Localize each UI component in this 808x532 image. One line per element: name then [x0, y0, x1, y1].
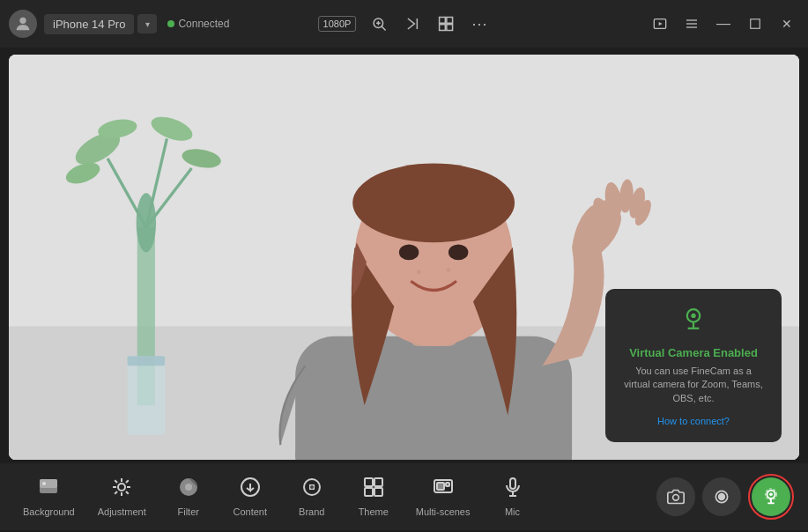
svg-rect-31 [295, 336, 572, 460]
tool-background[interactable]: Background [14, 471, 84, 522]
menu-button[interactable] [679, 11, 704, 36]
virtual-camera-popup: Virtual Camera Enabled You can use FineC… [605, 289, 782, 442]
content-icon [240, 477, 261, 503]
mic-icon [502, 477, 523, 503]
titlebar-right-controls: — ✕ [648, 11, 799, 36]
connected-dot [167, 20, 174, 27]
svg-rect-9 [447, 25, 453, 31]
zoom-in-icon[interactable] [368, 13, 389, 34]
device-name: iPhone 14 Pro [44, 14, 134, 34]
svg-point-37 [417, 270, 420, 274]
video-preview: Virtual Camera Enabled You can use FineC… [9, 55, 799, 460]
titlebar: iPhone 14 Pro ▾ Connected 1080P ··· [0, 0, 808, 48]
skip-icon[interactable] [402, 13, 423, 34]
virtual-camera-button-wrap [748, 474, 794, 520]
connected-label: Connected [178, 18, 229, 30]
minimize-button[interactable]: — [711, 11, 736, 36]
svg-point-65 [310, 485, 314, 489]
device-name-area: iPhone 14 Pro ▾ [44, 14, 157, 34]
tool-adjustment[interactable]: Adjustment [89, 471, 155, 522]
tool-brand[interactable]: Brand [284, 471, 340, 522]
tool-mic[interactable]: Mic [485, 471, 541, 522]
bottom-toolbar: Background Adjustment [0, 463, 808, 530]
bottom-action-buttons [656, 474, 794, 520]
multi-scenes-icon [433, 477, 454, 503]
resolution-badge[interactable]: 1080P [318, 16, 357, 32]
background-icon [38, 477, 59, 503]
svg-rect-68 [365, 488, 373, 496]
brand-icon [301, 477, 322, 503]
svg-point-0 [19, 18, 26, 24]
titlebar-left: iPhone 14 Pro ▾ Connected [9, 10, 229, 38]
svg-point-78 [719, 494, 725, 500]
virtual-cam-popup-icon [623, 303, 764, 341]
svg-point-38 [447, 268, 450, 271]
how-to-connect-link[interactable]: How to connect? [657, 416, 730, 426]
svg-line-58 [115, 491, 117, 494]
svg-rect-8 [440, 25, 446, 31]
play-button[interactable] [648, 11, 672, 36]
theme-icon [363, 477, 384, 503]
close-button[interactable]: ✕ [775, 11, 799, 36]
tool-content[interactable]: Content [222, 471, 278, 522]
tool-multi-scenes[interactable]: Multi-scenes [407, 471, 479, 522]
filter-icon [178, 477, 199, 503]
theme-label: Theme [359, 506, 389, 517]
svg-rect-29 [128, 356, 166, 366]
svg-rect-7 [447, 18, 453, 24]
svg-rect-69 [374, 488, 382, 496]
svg-rect-66 [365, 478, 373, 486]
more-options-icon[interactable]: ··· [469, 13, 490, 34]
avatar [9, 10, 37, 38]
svg-line-2 [382, 26, 386, 31]
svg-rect-6 [440, 18, 446, 24]
svg-rect-71 [437, 483, 444, 490]
virtual-cam-title: Virtual Camera Enabled [623, 346, 764, 359]
svg-point-34 [352, 163, 515, 242]
tool-filter[interactable]: Filter [160, 471, 217, 522]
virtual-camera-button[interactable] [752, 477, 790, 516]
background-label: Background [23, 506, 75, 517]
svg-point-61 [185, 484, 192, 491]
layout-icon[interactable] [435, 13, 456, 34]
svg-rect-15 [751, 19, 760, 29]
filter-label: Filter [178, 506, 199, 517]
svg-point-76 [673, 495, 679, 501]
bottom-tool-items: Background Adjustment [14, 471, 541, 522]
record-button[interactable] [702, 477, 741, 516]
svg-rect-73 [510, 478, 515, 489]
adjustment-label: Adjustment [98, 506, 146, 517]
multi-scenes-label: Multi-scenes [416, 506, 471, 517]
content-label: Content [233, 506, 267, 517]
svg-line-55 [126, 491, 129, 494]
svg-point-51 [118, 484, 125, 491]
virtual-cam-description: You can use FineCam as a virtual camera … [623, 365, 764, 405]
mic-label: Mic [505, 506, 520, 517]
svg-marker-11 [659, 22, 663, 26]
titlebar-center-tools: 1080P ··· [318, 13, 491, 34]
svg-rect-72 [446, 483, 449, 486]
restore-button[interactable] [743, 11, 767, 36]
svg-point-80 [769, 492, 773, 496]
svg-point-45 [691, 314, 695, 318]
adjustment-icon [111, 477, 132, 503]
connection-status: Connected [167, 18, 229, 30]
brand-label: Brand [299, 506, 324, 517]
device-dropdown-button[interactable]: ▾ [137, 14, 157, 33]
svg-rect-28 [128, 356, 166, 435]
svg-point-50 [42, 482, 46, 485]
svg-point-36 [448, 244, 468, 260]
svg-rect-67 [374, 478, 382, 486]
svg-line-59 [126, 480, 129, 483]
camera-snapshot-button[interactable] [656, 477, 695, 516]
tool-theme[interactable]: Theme [345, 471, 402, 522]
svg-point-35 [399, 244, 419, 260]
svg-line-54 [115, 480, 117, 483]
